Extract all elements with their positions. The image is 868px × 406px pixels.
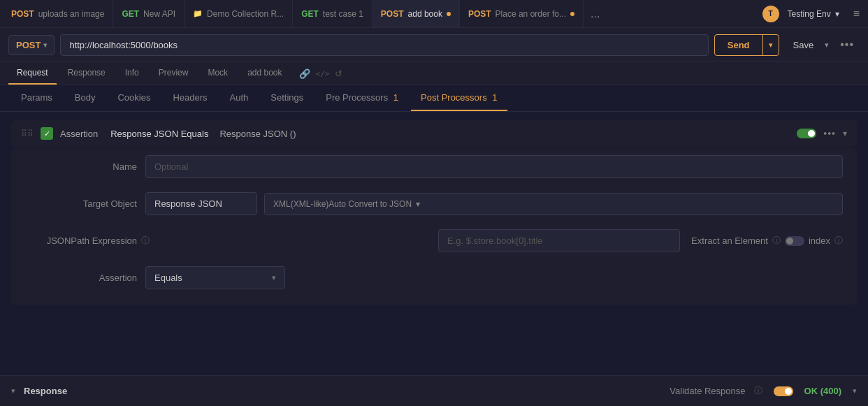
validate-toggle[interactable] <box>774 386 793 396</box>
more-options-button[interactable]: ••• <box>834 34 860 56</box>
save-button[interactable]: Save <box>785 35 823 55</box>
method-chevron-icon: ▾ <box>43 41 47 49</box>
env-selector[interactable]: Testing Env ▾ <box>779 9 848 19</box>
tab-preview[interactable]: Preview <box>150 62 197 85</box>
tab-post-place-order[interactable]: POST Place an order fo... <box>460 0 584 27</box>
method-selector[interactable]: POST ▾ <box>8 35 55 55</box>
subtab-params[interactable]: Params <box>11 85 62 111</box>
subtab-auth[interactable]: Auth <box>220 85 259 111</box>
response-chevron-icon: ▾ <box>11 386 15 396</box>
tab-add-book-label: add book <box>247 68 282 78</box>
tab-mock[interactable]: Mock <box>199 62 236 85</box>
link-icon[interactable]: 🔗 <box>299 68 310 79</box>
subtab-pre-processors-label: Pre Processors <box>326 92 388 103</box>
tab-request[interactable]: Request <box>8 62 57 85</box>
ok-chevron-icon[interactable]: ▾ <box>853 386 857 396</box>
jsonpath-input[interactable] <box>438 229 680 252</box>
jsonpath-info-icon[interactable]: ⓘ <box>141 235 150 247</box>
extract-info-icon[interactable]: ⓘ <box>772 235 781 247</box>
send-button-group: Send ▾ <box>714 34 779 56</box>
subtab-cookies[interactable]: Cookies <box>108 85 160 111</box>
tab-add-book[interactable]: add book <box>239 62 290 85</box>
unsaved-dot <box>447 12 451 16</box>
xml-label: XML(XML-like)Auto Convert to JSON <box>273 199 412 209</box>
assertion-type-label: Assertion <box>60 129 98 139</box>
tab-get-new-api[interactable]: GET New API <box>113 0 185 27</box>
xml-chevron-icon: ▾ <box>416 199 420 209</box>
validate-info-icon[interactable]: ⓘ <box>754 385 762 397</box>
request-type-tabs: Request Response Info Preview Mock add b… <box>0 62 868 85</box>
drag-handle-icon[interactable]: ⠿⠿ <box>21 129 34 138</box>
tab-response-label: Response <box>68 68 106 78</box>
tab-bar: POST uploads an image GET New API 📁 Demo… <box>0 0 868 28</box>
sub-tabs: Params Body Cookies Headers Auth Setting… <box>0 85 868 112</box>
tab-label: New API <box>143 9 175 19</box>
tab-post-add-book[interactable]: POST add book <box>372 0 460 27</box>
index-label: index <box>809 235 830 246</box>
name-input[interactable] <box>145 155 843 178</box>
ok-status-badge: OK (400) <box>804 386 841 396</box>
refresh-icon[interactable]: ↺ <box>335 68 342 79</box>
assertion-row-label: Assertion <box>25 273 137 283</box>
tab-more-button[interactable]: ... <box>584 0 607 27</box>
send-dropdown-button[interactable]: ▾ <box>763 36 779 55</box>
tab-info[interactable]: Info <box>117 62 147 85</box>
assertion-row-actions: ••• ▾ <box>797 128 847 139</box>
assertion-collapse-icon[interactable]: ▾ <box>843 129 847 138</box>
subtab-cookies-label: Cookies <box>117 92 150 103</box>
tab-request-label: Request <box>17 68 48 78</box>
validate-response-label: Validate Response <box>670 386 745 396</box>
send-button[interactable]: Send <box>715 35 763 55</box>
tab-post-uploads[interactable]: POST uploads an image <box>3 0 113 27</box>
post-processors-badge: 1 <box>492 92 497 103</box>
assertion-desc-suffix: Response JSON () <box>219 129 296 139</box>
assertion-desc-prefix: Response JSON Equals <box>110 129 208 139</box>
tab-label: Demo Collection R... <box>207 9 284 19</box>
main-content: ⠿⠿ ✓ Assertion Response JSON Equals Resp… <box>0 112 868 313</box>
code-icon[interactable]: </> <box>316 69 330 78</box>
tab-mock-label: Mock <box>208 68 228 78</box>
assertion-form: Name Target Object Response JSON XML(XML… <box>11 148 857 305</box>
tab-preview-label: Preview <box>159 68 189 78</box>
tab-method: POST <box>381 9 404 19</box>
tab-response[interactable]: Response <box>59 62 114 85</box>
subtab-settings[interactable]: Settings <box>261 85 313 111</box>
tab-get-test-case[interactable]: GET test case 1 <box>293 0 372 27</box>
subtab-body[interactable]: Body <box>65 85 106 111</box>
tab-label: test case 1 <box>323 9 363 19</box>
target-object-label: Target Object <box>25 198 137 209</box>
index-info-icon[interactable]: ⓘ <box>834 235 843 247</box>
subtab-post-processors[interactable]: Post Processors 1 <box>411 85 507 111</box>
assertion-toggle[interactable] <box>797 129 816 138</box>
jsonpath-row: JSONPath Expression ⓘ Extract an Element… <box>11 222 857 259</box>
subtab-headers[interactable]: Headers <box>163 85 217 111</box>
name-label: Name <box>25 161 137 172</box>
target-row: Response JSON XML(XML-like)Auto Convert … <box>145 192 843 215</box>
subtab-pre-processors[interactable]: Pre Processors 1 <box>316 85 408 111</box>
avatar: T <box>762 6 779 22</box>
pre-processors-badge: 1 <box>393 92 398 103</box>
assertion-select[interactable]: Equals ▾ <box>145 266 285 289</box>
tab-method: GET <box>122 9 139 19</box>
save-button-group: Save ▾ <box>785 35 830 55</box>
response-toggle[interactable]: ▾ <box>11 386 15 396</box>
main-menu-icon[interactable]: ≡ <box>848 8 865 20</box>
extract-toggle[interactable] <box>785 236 804 246</box>
extract-label: Extract an Element <box>691 235 768 246</box>
tab-method: POST <box>11 9 34 19</box>
url-input[interactable] <box>60 34 708 56</box>
tab-demo-collection[interactable]: 📁 Demo Collection R... <box>185 0 293 27</box>
subtab-settings-label: Settings <box>270 92 303 103</box>
selected-method: POST <box>16 40 41 50</box>
assertion-more-icon[interactable]: ••• <box>823 128 836 139</box>
response-label: Response <box>24 386 67 396</box>
assertion-checkbox[interactable]: ✓ <box>41 127 53 140</box>
assertion-type-row: Assertion Equals ▾ <box>11 259 857 296</box>
xml-selector[interactable]: XML(XML-like)Auto Convert to JSON ▾ <box>264 193 843 215</box>
response-bar: ▾ Response Validate Response ⓘ OK (400) … <box>0 375 868 406</box>
subtab-body-label: Body <box>75 92 96 103</box>
tab-info-label: Info <box>125 68 139 78</box>
save-dropdown-button[interactable]: ▾ <box>825 41 829 50</box>
tab-method: GET <box>301 9 319 19</box>
assertion-select-value: Equals <box>154 273 182 283</box>
